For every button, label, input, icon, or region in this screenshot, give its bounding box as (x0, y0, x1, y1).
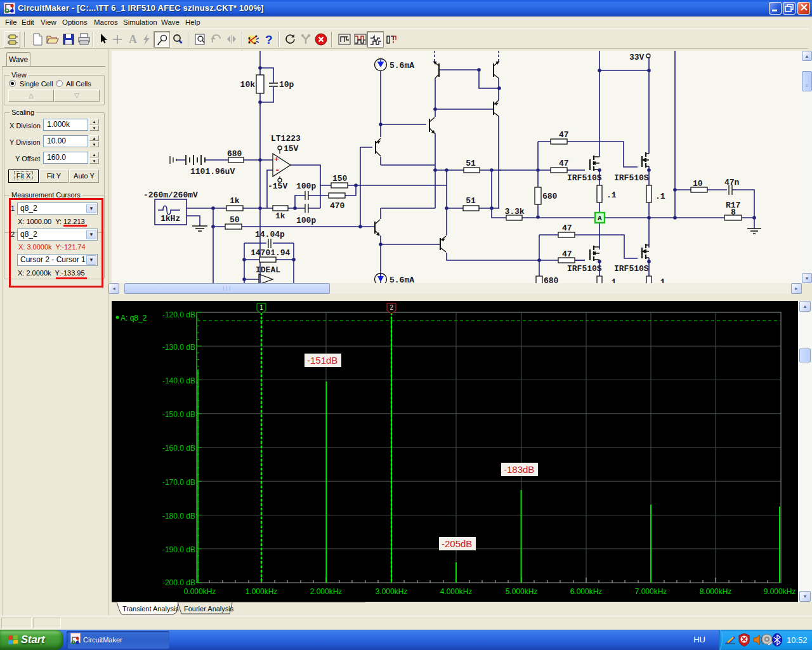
svg-text:1kHz: 1kHz (160, 214, 180, 223)
svg-text:A: A (129, 33, 137, 46)
svg-text:1.000kHz: 1.000kHz (246, 587, 278, 596)
svg-text:-260m/260mV: -260m/260mV (143, 190, 198, 200)
svg-text:5.6mA: 5.6mA (390, 61, 414, 70)
svg-text:47: 47 (562, 249, 572, 259)
svg-text:680: 680 (544, 276, 559, 283)
svg-text:10p: 10p (279, 80, 294, 90)
svg-text:50: 50 (230, 215, 240, 225)
svg-text:10k: 10k (240, 80, 256, 90)
svg-text:47: 47 (562, 223, 572, 233)
svg-text:470: 470 (330, 201, 345, 211)
svg-text:8: 8 (731, 208, 736, 217)
svg-text:-: - (275, 165, 280, 175)
svg-text:1: 1 (260, 304, 264, 311)
svg-text:51: 51 (466, 196, 476, 206)
svg-text:680: 680 (227, 149, 242, 159)
svg-text:3.3k: 3.3k (504, 207, 524, 216)
svg-text:33V: 33V (629, 53, 645, 62)
svg-text:5.000kHz: 5.000kHz (506, 587, 538, 596)
svg-text:A: A (598, 215, 602, 222)
svg-text:15V: 15V (284, 144, 299, 154)
svg-text:IRF510S: IRF510S (567, 173, 602, 183)
svg-text:-183dB: -183dB (504, 464, 534, 475)
svg-text:-190.0 dB: -190.0 dB (162, 545, 195, 554)
svg-text:-150.0 dB: -150.0 dB (162, 410, 195, 419)
svg-text:-140.0 dB: -140.0 dB (162, 376, 195, 385)
svg-text:Fourier Analysis: Fourier Analysis (184, 605, 234, 613)
svg-text:+: + (274, 155, 279, 164)
svg-text:680: 680 (542, 192, 558, 201)
svg-text:IDEAL: IDEAL (256, 265, 280, 275)
svg-text:5.6mA: 5.6mA (390, 275, 414, 283)
svg-text:51: 51 (466, 159, 476, 168)
svg-text:1k: 1k (275, 211, 285, 221)
svg-text:-120.0 dB: -120.0 dB (162, 310, 195, 319)
svg-text:10:52: 10:52 (787, 635, 808, 645)
svg-text:.1: .1 (606, 190, 617, 200)
svg-text:100p: 100p (296, 182, 316, 191)
svg-text:IRF510S: IRF510S (567, 264, 602, 274)
svg-text:-151dB: -151dB (307, 355, 337, 366)
svg-text:1k: 1k (230, 196, 240, 206)
svg-text:.1: .1 (655, 192, 665, 201)
svg-text:0.000kHz: 0.000kHz (184, 587, 216, 596)
svg-text:.1: .1 (655, 277, 665, 283)
svg-text:IRF510S: IRF510S (614, 173, 649, 183)
svg-text:-170.0 dB: -170.0 dB (162, 478, 195, 487)
svg-text:9.000kHz: 9.000kHz (764, 587, 796, 596)
svg-text:8.000kHz: 8.000kHz (700, 587, 732, 596)
svg-text:14.04p: 14.04p (255, 230, 285, 239)
svg-text:-15V: -15V (268, 182, 287, 191)
svg-text:Transient Analysis: Transient Analysis (122, 605, 179, 613)
svg-text:2: 2 (390, 304, 394, 311)
svg-text:?: ? (265, 33, 273, 46)
svg-text:-180.0 dB: -180.0 dB (162, 512, 195, 521)
svg-text:47: 47 (559, 130, 569, 140)
svg-text:.1: .1 (606, 277, 617, 283)
svg-text:-160.0 dB: -160.0 dB (162, 444, 195, 453)
svg-text:3.000kHz: 3.000kHz (376, 587, 408, 596)
svg-text:6.000kHz: 6.000kHz (570, 587, 603, 596)
svg-text:1101.96uV: 1101.96uV (190, 167, 235, 176)
svg-text:A: q8_2: A: q8_2 (121, 314, 147, 322)
svg-text:-130.0 dB: -130.0 dB (162, 343, 195, 352)
svg-text:100p: 100p (296, 216, 316, 225)
svg-text:150: 150 (332, 174, 348, 183)
svg-text:14701.94: 14701.94 (251, 248, 291, 258)
svg-text:-200.0 dB: -200.0 dB (162, 578, 195, 587)
svg-text:47: 47 (559, 159, 569, 168)
svg-text:4.000kHz: 4.000kHz (440, 587, 473, 596)
svg-text:2.000kHz: 2.000kHz (310, 587, 343, 596)
svg-text:10: 10 (693, 179, 703, 189)
svg-text:47n: 47n (724, 178, 740, 187)
svg-text:-205dB: -205dB (442, 538, 472, 549)
svg-text:LT1223: LT1223 (271, 134, 301, 143)
svg-text:7.000kHz: 7.000kHz (635, 587, 667, 596)
svg-text:IRF510S: IRF510S (614, 264, 649, 274)
